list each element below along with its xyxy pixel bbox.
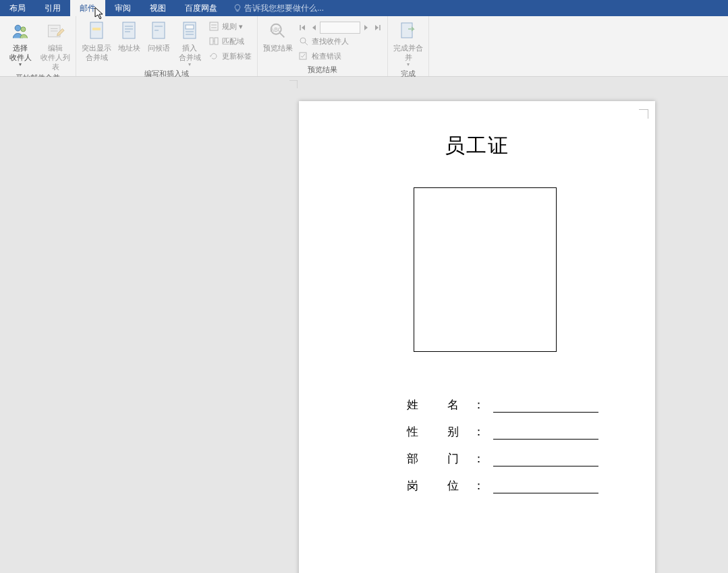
field-char: 位 bbox=[432, 478, 473, 493]
tab-view[interactable]: 视图 bbox=[140, 0, 175, 16]
address-block-icon bbox=[118, 20, 140, 42]
svg-point-2 bbox=[21, 27, 26, 32]
document-title: 员工证 bbox=[445, 132, 509, 160]
svg-point-1 bbox=[15, 25, 21, 31]
lightbulb-icon bbox=[233, 4, 242, 12]
tab-layout[interactable]: 布局 bbox=[0, 0, 35, 16]
svg-point-30 bbox=[300, 38, 306, 43]
svg-rect-16 bbox=[186, 25, 194, 29]
group-label-preview: 预览结果 bbox=[260, 63, 385, 77]
insert-field-label: 插入 合并域 bbox=[179, 43, 201, 62]
finish-merge-label: 完成并合并 bbox=[391, 43, 426, 62]
colon: ： bbox=[473, 478, 489, 493]
update-labels-button[interactable]: 更新标签 bbox=[206, 49, 254, 63]
highlight-icon bbox=[86, 20, 107, 42]
field-char: 别 bbox=[432, 424, 473, 440]
svg-rect-22 bbox=[210, 38, 213, 44]
chevron-down-icon: ▾ bbox=[407, 62, 410, 67]
document-workspace[interactable]: 员工证 姓名 ： 性别 ： 部门 ： 岗位 ： bbox=[0, 77, 728, 573]
colon: ： bbox=[473, 397, 489, 413]
magnifier-icon: ABC bbox=[267, 20, 289, 42]
group-finish: 完成并合并 ▾ 完成 bbox=[388, 16, 429, 76]
highlight-label: 突出显示 合并域 bbox=[82, 43, 111, 62]
svg-rect-7 bbox=[92, 28, 101, 30]
tab-baidu-netdisk[interactable]: 百度网盘 bbox=[175, 0, 227, 16]
field-line bbox=[493, 427, 598, 440]
greeting-line-button[interactable]: 问候语 bbox=[144, 18, 173, 53]
field-position: 岗位 ： bbox=[392, 466, 598, 493]
preview-results-label: 预览结果 bbox=[263, 43, 293, 53]
check-errors-label: 检查错误 bbox=[312, 51, 341, 61]
insert-field-icon bbox=[179, 20, 200, 42]
greeting-label: 问候语 bbox=[148, 43, 170, 53]
group-preview-results: ABC 预览结果 查找收件人 检查错误 bbox=[258, 16, 388, 76]
field-line bbox=[493, 400, 598, 413]
colon: ： bbox=[473, 451, 489, 466]
check-errors-button[interactable]: 检查错误 bbox=[296, 49, 385, 63]
last-record-button[interactable] bbox=[372, 22, 382, 33]
first-record-button[interactable] bbox=[298, 22, 308, 33]
photo-placeholder bbox=[414, 187, 557, 352]
rules-button[interactable]: 规则 ▾ bbox=[206, 19, 254, 34]
find-recipient-button[interactable]: 查找收件人 bbox=[296, 34, 385, 49]
finish-merge-icon bbox=[397, 20, 419, 42]
chevron-down-icon: ▾ bbox=[19, 62, 22, 67]
ribbon-tabs: 布局 引用 邮件 审阅 视图 百度网盘 告诉我您想要做什么... bbox=[0, 0, 728, 16]
match-fields-button[interactable]: 匹配域 bbox=[206, 34, 254, 49]
tab-mailings[interactable]: 邮件 bbox=[70, 0, 105, 16]
field-char: 姓 bbox=[392, 397, 432, 413]
people-icon bbox=[9, 20, 31, 42]
prev-record-button[interactable] bbox=[309, 22, 318, 33]
tab-reference[interactable]: 引用 bbox=[35, 0, 70, 16]
svg-rect-8 bbox=[123, 22, 135, 38]
page: 员工证 姓名 ： 性别 ： 部门 ： 岗位 ： bbox=[299, 101, 655, 573]
page-corner-marker-left bbox=[287, 80, 298, 91]
match-fields-icon bbox=[208, 36, 219, 47]
last-icon bbox=[374, 24, 381, 31]
next-record-button[interactable] bbox=[362, 22, 371, 33]
tab-review[interactable]: 审阅 bbox=[105, 0, 140, 16]
address-block-label: 地址块 bbox=[118, 43, 140, 53]
colon: ： bbox=[473, 424, 489, 440]
edit-recipient-list-label: 编辑 收件人列表 bbox=[38, 43, 73, 71]
field-name: 姓名 ： bbox=[392, 386, 598, 413]
field-gender: 性别 ： bbox=[392, 413, 598, 440]
edit-recipient-list-button[interactable]: 编辑 收件人列表 bbox=[38, 18, 73, 71]
rules-icon bbox=[208, 21, 219, 32]
preview-results-button[interactable]: ABC 预览结果 bbox=[260, 18, 296, 53]
select-recipients-label: 选择 收件人 bbox=[9, 43, 32, 62]
next-icon bbox=[364, 24, 369, 31]
svg-line-31 bbox=[305, 42, 308, 45]
svg-rect-23 bbox=[215, 38, 218, 44]
find-recipient-label: 查找收件人 bbox=[312, 36, 349, 47]
field-char: 性 bbox=[392, 424, 432, 440]
record-number-input[interactable] bbox=[320, 22, 360, 34]
employee-fields: 姓名 ： 性别 ： 部门 ： 岗位 ： bbox=[392, 386, 598, 493]
insert-merge-field-button[interactable]: 插入 合并域 ▾ bbox=[173, 18, 206, 67]
update-labels-label: 更新标签 bbox=[222, 51, 252, 61]
match-fields-label: 匹配域 bbox=[222, 36, 244, 47]
field-char: 岗 bbox=[392, 478, 432, 493]
svg-rect-19 bbox=[210, 22, 218, 30]
tell-me-placeholder: 告诉我您想要做什么... bbox=[244, 3, 324, 14]
svg-text:ABC: ABC bbox=[271, 26, 282, 33]
field-department: 部门 ： bbox=[392, 440, 598, 466]
page-corner-marker bbox=[639, 109, 648, 119]
field-line bbox=[493, 481, 598, 493]
rules-label: 规则 bbox=[222, 22, 237, 32]
select-recipients-button[interactable]: 选择 收件人 ▾ bbox=[3, 18, 38, 67]
first-icon bbox=[300, 24, 306, 31]
chevron-down-icon: ▾ bbox=[188, 62, 191, 67]
prev-icon bbox=[311, 24, 316, 31]
group-write-insert: 突出显示 合并域 地址块 问候语 插入 合并域 ▾ bbox=[76, 16, 258, 76]
address-block-button[interactable]: 地址块 bbox=[114, 18, 144, 53]
finish-merge-button[interactable]: 完成并合并 ▾ bbox=[391, 18, 426, 67]
search-person-icon bbox=[298, 36, 309, 47]
check-errors-icon bbox=[298, 51, 309, 61]
greeting-icon bbox=[148, 20, 169, 42]
highlight-merge-fields-button[interactable]: 突出显示 合并域 bbox=[79, 18, 114, 62]
field-char: 门 bbox=[432, 451, 473, 466]
svg-line-26 bbox=[280, 33, 285, 38]
tell-me-search[interactable]: 告诉我您想要做什么... bbox=[227, 3, 324, 14]
ribbon: 选择 收件人 ▾ 编辑 收件人列表 开始邮件合并 突出显示 合并域 bbox=[0, 16, 728, 77]
